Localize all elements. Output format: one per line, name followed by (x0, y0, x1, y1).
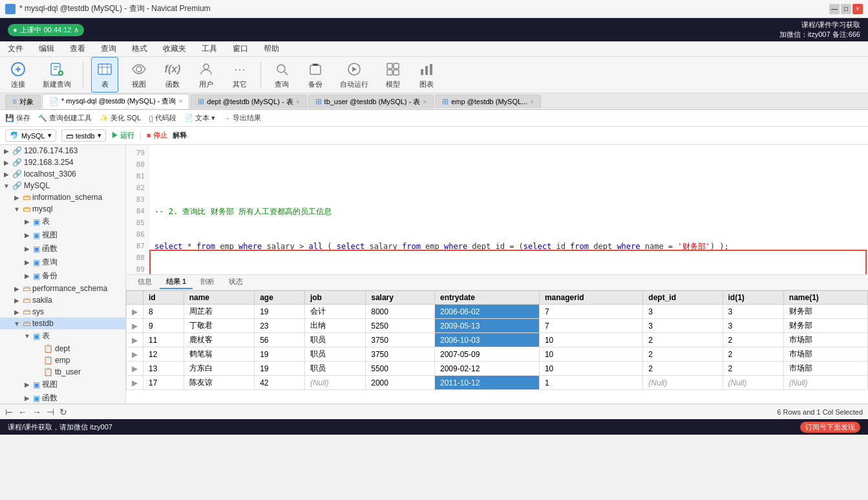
sidebar-item-mysql-queries[interactable]: ▶ ▣ 查询 (0, 255, 125, 269)
sidebar-item-mysqldb[interactable]: ▼ 🗃 mysql (0, 203, 125, 215)
action-snippet[interactable]: {} 代码段 (149, 113, 176, 123)
col-deptid[interactable]: dept_id (643, 291, 723, 305)
tool-table[interactable]: 表 (91, 57, 118, 92)
sidebar-item-mysql-tables[interactable]: ▶ ▣ 表 (0, 215, 125, 228)
menu-format[interactable]: 格式 (129, 43, 150, 55)
action-beautify[interactable]: ✨ 美化 SQL (100, 113, 141, 123)
sidebar-item-mysql-views[interactable]: ▶ ▣ 视图 (0, 228, 125, 242)
sidebar-item-dept[interactable]: 📋 dept (0, 343, 125, 354)
tab-info[interactable]: 信息 (131, 276, 158, 289)
sidebar-item-testdb-funcs[interactable]: ▶ ▣ 函数 (0, 391, 125, 404)
nav-first[interactable]: ⊢ (5, 407, 13, 417)
sidebar-item-sakila[interactable]: ▶ 🗃 sakila (0, 294, 125, 306)
cell-name[interactable]: 鹤笔翁 (184, 347, 254, 362)
cell-id1[interactable]: 2 (723, 333, 783, 347)
nav-next[interactable]: → (32, 407, 41, 417)
sidebar-item-emp[interactable]: 📋 emp (0, 354, 125, 366)
tool-query[interactable]: 查询 (269, 58, 295, 92)
cell-job[interactable]: 会计 (304, 305, 365, 319)
tab-objects[interactable]: ≡ 对象 (5, 94, 41, 109)
cell-name1[interactable]: (Null) (783, 376, 867, 390)
sidebar-item-testdb-tables[interactable]: ▼ ▣ 表 (0, 329, 125, 343)
nav-refresh[interactable]: ↻ (59, 407, 67, 417)
tool-backup[interactable]: 备份 (302, 58, 328, 92)
tool-autorun[interactable]: 自动运行 (336, 58, 372, 92)
cell-managerid[interactable]: 1 (539, 376, 642, 390)
sidebar-item-localhost[interactable]: ▶ 🔗 localhost_3306 (0, 168, 125, 180)
action-text[interactable]: 📄 文本 ▾ (184, 113, 215, 123)
cell-id[interactable]: 13 (143, 362, 184, 376)
sidebar-item-testdb[interactable]: ▼ 🗃 testdb (0, 318, 125, 329)
cell-age[interactable]: 19 (255, 305, 305, 319)
sql-editor[interactable]: 79 80 81 82 83 84 85 86 87 88 89 90 91 9… (126, 145, 868, 274)
cell-age[interactable]: 42 (255, 376, 305, 390)
tab-emp[interactable]: ⊞ emp @testdb (MySQL... × (435, 94, 541, 108)
col-job[interactable]: job (304, 291, 365, 305)
col-name1[interactable]: name(1) (783, 291, 867, 305)
menu-file[interactable]: 文件 (5, 43, 26, 55)
nav-prev[interactable]: ← (18, 407, 27, 417)
cell-name[interactable]: 陈友谅 (184, 376, 254, 390)
explain-button[interactable]: 解释 (173, 131, 187, 140)
cell-managerid[interactable]: 7 (539, 305, 642, 319)
cell-id[interactable]: 8 (143, 305, 184, 319)
action-export[interactable]: → 导出结果 (224, 113, 261, 123)
sidebar-item-sys[interactable]: ▶ 🗃 sys (0, 306, 125, 318)
menu-edit[interactable]: 编辑 (36, 43, 57, 55)
tool-new-query[interactable]: 新建查询 (39, 58, 75, 92)
sql-code[interactable]: -- 2. 查询比 财务部 所有人工资都高的员工信息 select * from… (149, 145, 868, 274)
tab-tbuser-close[interactable]: × (423, 98, 427, 105)
cell-name[interactable]: 周芷若 (184, 305, 254, 319)
col-name[interactable]: name (184, 291, 254, 305)
cell-managerid[interactable]: 10 (539, 347, 642, 362)
menu-help[interactable]: 帮助 (261, 43, 282, 55)
cell-salary[interactable]: 3750 (366, 333, 435, 347)
tool-view[interactable]: 视图 (126, 58, 152, 92)
tab-query-close[interactable]: × (178, 98, 182, 105)
cell-name1[interactable]: 市场部 (783, 347, 867, 362)
sidebar-item-perfschema[interactable]: ▶ 🗃 performance_schema (0, 283, 125, 294)
db-name-selector[interactable]: 🗃 testdb ▾ (61, 129, 106, 142)
tool-chart[interactable]: 图表 (414, 58, 439, 92)
cell-deptid[interactable]: 2 (643, 333, 723, 347)
action-query-builder[interactable]: 🔨 查询创建工具 (38, 113, 92, 123)
cell-entrydate[interactable]: 2009-05-13 (435, 319, 540, 333)
tab-dept-close[interactable]: × (296, 98, 300, 105)
cell-id[interactable]: 9 (143, 319, 184, 333)
cell-name[interactable]: 鹿杖客 (184, 333, 254, 347)
maximize-button[interactable]: □ (841, 4, 851, 14)
cell-deptid[interactable]: 2 (643, 362, 723, 376)
cell-id1[interactable]: (Null) (723, 376, 783, 390)
cell-entrydate[interactable]: 2011-10-12 (435, 376, 540, 390)
cell-deptid[interactable]: 3 (643, 319, 723, 333)
cell-job[interactable]: (Null) (304, 376, 365, 390)
cell-entrydate[interactable]: 2009-02-12 (435, 362, 540, 376)
nav-last[interactable]: ⊣ (47, 407, 54, 417)
cell-managerid[interactable]: 10 (539, 333, 642, 347)
tab-tbuser[interactable]: ⊞ tb_user @testdb (MySQL) - 表 × (308, 94, 434, 109)
menu-window[interactable]: 窗口 (230, 43, 251, 55)
sidebar-item-tbuser[interactable]: 📋 tb_user (0, 366, 125, 378)
cell-deptid[interactable]: 3 (643, 305, 723, 319)
cell-entrydate[interactable]: 2006-06-02 (435, 305, 540, 319)
cell-age[interactable]: 19 (255, 347, 305, 362)
cell-job[interactable]: 职员 (304, 362, 365, 376)
tab-emp-close[interactable]: × (530, 98, 534, 105)
sidebar-item-mysql-backups[interactable]: ▶ ▣ 备份 (0, 269, 125, 283)
cell-entrydate[interactable]: 2006-10-03 (435, 333, 540, 347)
cell-id[interactable]: 12 (143, 347, 184, 362)
tool-connect[interactable]: 连接 (5, 58, 31, 92)
tab-status[interactable]: 状态 (222, 276, 249, 289)
menu-view[interactable]: 查看 (67, 43, 88, 55)
cell-age[interactable]: 19 (255, 362, 305, 376)
cell-job[interactable]: 出纳 (304, 319, 365, 333)
col-entrydate[interactable]: entrydate (435, 291, 540, 305)
cell-name1[interactable]: 市场部 (783, 333, 867, 347)
cell-salary[interactable]: 2000 (366, 376, 435, 390)
cell-age[interactable]: 56 (255, 333, 305, 347)
sidebar-item-mysql[interactable]: ▼ 🔗 MySQL (0, 180, 125, 191)
cell-name[interactable]: 丁敬君 (184, 319, 254, 333)
cell-name[interactable]: 方东白 (184, 362, 254, 376)
tool-model[interactable]: 模型 (380, 58, 406, 92)
sidebar-item-infschema[interactable]: ▶ 🗃 information_schema (0, 191, 125, 203)
